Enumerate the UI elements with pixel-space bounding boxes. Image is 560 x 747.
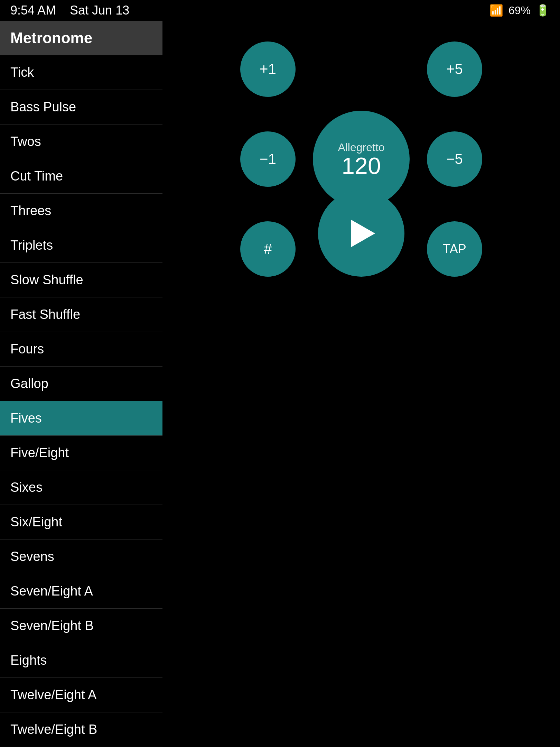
sidebar-item-eights[interactable]: Eights — [0, 643, 162, 678]
status-icons: 📶 69% 🔋 — [489, 4, 550, 17]
sidebar-header: Metronome — [0, 21, 162, 55]
status-bar: 9:54 AM Sat Jun 13 📶 69% 🔋 — [0, 0, 560, 21]
plus5-button[interactable]: +5 — [427, 42, 482, 97]
tap-button[interactable]: TAP — [427, 221, 482, 277]
sidebar-item-five-eight[interactable]: Five/Eight — [0, 436, 162, 470]
app-container: Metronome Tick Bass Pulse Twos Cut Time … — [0, 21, 560, 747]
play-button[interactable] — [318, 190, 404, 277]
sidebar-item-six-eight[interactable]: Six/Eight — [0, 505, 162, 540]
tempo-label: Allegretto — [338, 141, 384, 154]
sidebar-item-twelve-eight-a[interactable]: Twelve/Eight A — [0, 678, 162, 712]
sidebar-title: Metronome — [10, 29, 92, 47]
sidebar-item-twos[interactable]: Twos — [0, 124, 162, 159]
plus1-button[interactable]: +1 — [240, 42, 296, 97]
sidebar-item-seven-eight-a[interactable]: Seven/Eight A — [0, 574, 162, 609]
sidebar-item-cut-time[interactable]: Cut Time — [0, 159, 162, 194]
sidebar-item-seven-eight-b[interactable]: Seven/Eight B — [0, 609, 162, 643]
status-time: 9:54 AM Sat Jun 13 — [10, 3, 129, 18]
time-display: 9:54 AM — [10, 3, 56, 17]
sidebar-item-fours[interactable]: Fours — [0, 332, 162, 367]
sidebar-item-fives[interactable]: Fives — [0, 401, 162, 436]
sidebar-item-twelve-eight-b[interactable]: Twelve/Eight B — [0, 712, 162, 747]
sidebar-item-slow-shuffle[interactable]: Slow Shuffle — [0, 263, 162, 297]
sidebar-item-triplets[interactable]: Triplets — [0, 228, 162, 263]
tempo-value: 120 — [342, 154, 381, 177]
battery-display: 69% — [508, 4, 531, 17]
sidebar-item-sixes[interactable]: Sixes — [0, 470, 162, 505]
hash-button[interactable]: # — [240, 221, 296, 277]
sidebar-item-gallop[interactable]: Gallop — [0, 367, 162, 401]
battery-icon: 🔋 — [536, 4, 550, 17]
wifi-icon: 📶 — [489, 4, 503, 17]
metronome-controls: Allegretto 120 +1 +5 −1 −5 — [240, 42, 482, 277]
minus5-button[interactable]: −5 — [427, 131, 482, 187]
right-panel: Allegretto 120 +1 +5 −1 −5 — [162, 21, 560, 747]
date-display: Sat Jun 13 — [70, 3, 129, 17]
sidebar: Metronome Tick Bass Pulse Twos Cut Time … — [0, 21, 162, 747]
sidebar-item-tick[interactable]: Tick — [0, 55, 162, 90]
sidebar-item-sevens[interactable]: Sevens — [0, 540, 162, 574]
sidebar-item-threes[interactable]: Threes — [0, 194, 162, 228]
minus1-button[interactable]: −1 — [240, 131, 296, 187]
sidebar-item-bass-pulse[interactable]: Bass Pulse — [0, 90, 162, 124]
sidebar-item-fast-shuffle[interactable]: Fast Shuffle — [0, 297, 162, 332]
play-icon — [351, 220, 375, 247]
